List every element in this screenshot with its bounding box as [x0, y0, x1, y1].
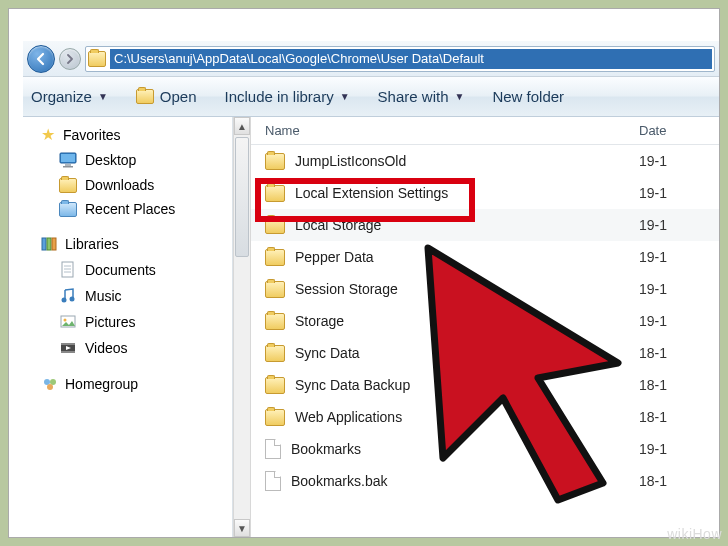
- content-area: ★ Favorites Desktop Downloads Recent Pla…: [23, 117, 719, 537]
- column-name[interactable]: Name: [265, 123, 639, 138]
- file-date: 19-1: [639, 217, 719, 233]
- svg-rect-4: [42, 238, 46, 250]
- sidebar-group-homegroup[interactable]: Homegroup: [23, 371, 232, 397]
- explorer-frame: C:\Users\anuj\AppData\Local\Google\Chrom…: [23, 41, 719, 537]
- file-row[interactable]: Sync Data Backup18-1: [251, 369, 719, 401]
- documents-icon: [59, 261, 77, 279]
- file-name: Sync Data Backup: [295, 377, 629, 393]
- file-icon: [265, 471, 281, 491]
- new-folder-button[interactable]: New folder: [492, 88, 564, 105]
- downloads-label: Downloads: [85, 177, 154, 193]
- sidebar-item-recent[interactable]: Recent Places: [23, 197, 232, 221]
- sidebar-item-videos[interactable]: Videos: [23, 335, 232, 361]
- file-name: Local Extension Settings: [295, 185, 629, 201]
- file-row[interactable]: JumpListIconsOld19-1: [251, 145, 719, 177]
- sidebar-group-libraries[interactable]: Libraries: [23, 231, 232, 257]
- share-with-menu[interactable]: Share with ▼: [378, 88, 465, 105]
- include-library-menu[interactable]: Include in library ▼: [224, 88, 349, 105]
- svg-rect-1: [61, 154, 75, 162]
- scroll-up-button[interactable]: ▲: [234, 117, 250, 135]
- file-date: 18-1: [639, 473, 719, 489]
- file-date: 19-1: [639, 281, 719, 297]
- file-date: 19-1: [639, 313, 719, 329]
- scroll-thumb[interactable]: [235, 137, 249, 257]
- homegroup-label: Homegroup: [65, 376, 138, 392]
- newfolder-label: New folder: [492, 88, 564, 105]
- sidebar-group-favorites[interactable]: ★ Favorites: [23, 123, 232, 147]
- file-row[interactable]: Local Storage19-1: [251, 209, 719, 241]
- file-date: 18-1: [639, 409, 719, 425]
- file-row[interactable]: Bookmarks19-1: [251, 433, 719, 465]
- file-name: Storage: [295, 313, 629, 329]
- file-row[interactable]: Local Extension Settings19-1: [251, 177, 719, 209]
- music-label: Music: [85, 288, 122, 304]
- file-date: 18-1: [639, 377, 719, 393]
- nav-bar: C:\Users\anuj\AppData\Local\Google\Chrom…: [23, 41, 719, 77]
- organize-label: Organize: [31, 88, 92, 105]
- svg-point-15: [64, 319, 67, 322]
- watermark: wikiHow: [667, 526, 722, 542]
- file-name: Pepper Data: [295, 249, 629, 265]
- folder-open-icon: [136, 89, 154, 104]
- file-row[interactable]: Bookmarks.bak18-1: [251, 465, 719, 497]
- open-button[interactable]: Open: [136, 88, 197, 105]
- organize-menu[interactable]: Organize ▼: [31, 88, 108, 105]
- desktop-label: Desktop: [85, 152, 136, 168]
- include-label: Include in library: [224, 88, 333, 105]
- svg-point-20: [44, 379, 50, 385]
- scroll-down-button[interactable]: ▼: [234, 519, 250, 537]
- share-label: Share with: [378, 88, 449, 105]
- file-name: Sync Data: [295, 345, 629, 361]
- svg-rect-3: [63, 166, 73, 168]
- svg-rect-18: [61, 351, 75, 353]
- toolbar: Organize ▼ Open Include in library ▼ Sha…: [23, 77, 719, 117]
- file-list: JumpListIconsOld19-1Local Extension Sett…: [251, 145, 719, 497]
- star-icon: ★: [41, 127, 57, 143]
- folder-icon: [265, 153, 285, 170]
- sidebar-item-downloads[interactable]: Downloads: [23, 173, 232, 197]
- sidebar: ★ Favorites Desktop Downloads Recent Pla…: [23, 117, 233, 537]
- address-bar[interactable]: C:\Users\anuj\AppData\Local\Google\Chrom…: [85, 46, 715, 72]
- arrow-right-icon: [65, 54, 75, 64]
- address-text[interactable]: C:\Users\anuj\AppData\Local\Google\Chrom…: [110, 49, 712, 69]
- file-row[interactable]: Storage19-1: [251, 305, 719, 337]
- folder-icon: [265, 409, 285, 426]
- sidebar-item-music[interactable]: Music: [23, 283, 232, 309]
- file-date: 19-1: [639, 249, 719, 265]
- sidebar-item-documents[interactable]: Documents: [23, 257, 232, 283]
- recent-icon: [59, 202, 77, 217]
- file-date: 19-1: [639, 185, 719, 201]
- file-icon: [265, 439, 281, 459]
- file-row[interactable]: Pepper Data19-1: [251, 241, 719, 273]
- back-button[interactable]: [27, 45, 55, 73]
- column-headers[interactable]: Name Date: [251, 117, 719, 145]
- chevron-down-icon: ▼: [98, 91, 108, 102]
- svg-rect-2: [65, 164, 71, 166]
- pictures-icon: [59, 313, 77, 331]
- folder-icon: [265, 313, 285, 330]
- videos-label: Videos: [85, 340, 128, 356]
- sidebar-scrollbar[interactable]: ▲ ▼: [233, 117, 251, 537]
- sidebar-item-desktop[interactable]: Desktop: [23, 147, 232, 173]
- file-name: Web Applications: [295, 409, 629, 425]
- column-date[interactable]: Date: [639, 123, 719, 138]
- chevron-down-icon: ▼: [340, 91, 350, 102]
- file-row[interactable]: Sync Data18-1: [251, 337, 719, 369]
- chevron-down-icon: ▼: [454, 91, 464, 102]
- folder-icon: [265, 217, 285, 234]
- file-pane: Name Date JumpListIconsOld19-1Local Exte…: [251, 117, 719, 537]
- file-row[interactable]: Web Applications18-1: [251, 401, 719, 433]
- scroll-track[interactable]: [234, 135, 250, 519]
- file-date: 18-1: [639, 345, 719, 361]
- svg-point-12: [70, 297, 75, 302]
- homegroup-icon: [41, 375, 59, 393]
- recent-label: Recent Places: [85, 201, 175, 217]
- favorites-label: Favorites: [63, 127, 121, 143]
- folder-icon: [59, 178, 77, 193]
- sidebar-item-pictures[interactable]: Pictures: [23, 309, 232, 335]
- libraries-icon: [41, 235, 59, 253]
- file-row[interactable]: Session Storage19-1: [251, 273, 719, 305]
- folder-icon: [265, 377, 285, 394]
- folder-icon: [265, 185, 285, 202]
- forward-button[interactable]: [59, 48, 81, 70]
